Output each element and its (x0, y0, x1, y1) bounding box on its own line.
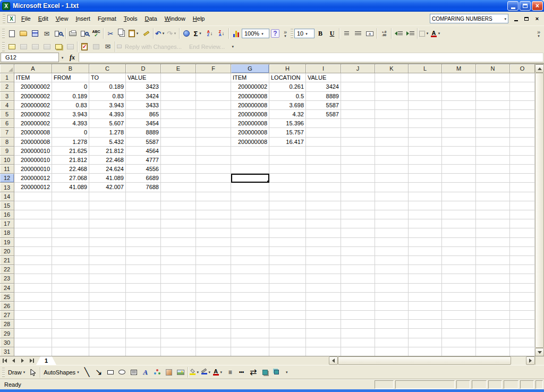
cell-C1[interactable]: TO (89, 73, 126, 82)
cell-A21[interactable] (14, 256, 52, 265)
cell-M21[interactable] (442, 256, 476, 265)
insert-function-button[interactable]: fx (66, 54, 79, 62)
cell-I10[interactable] (306, 156, 341, 165)
cell-J19[interactable] (341, 238, 375, 247)
cell-O29[interactable] (510, 329, 535, 338)
line-color-button[interactable]: ▾ (201, 367, 212, 378)
cell-J1[interactable] (341, 73, 375, 82)
cell-F2[interactable] (196, 82, 231, 91)
cell-I25[interactable] (306, 293, 341, 302)
cell-M1[interactable] (442, 73, 476, 82)
cell-E5[interactable] (161, 110, 196, 119)
column-header-E[interactable]: E (161, 64, 196, 73)
cell-B24[interactable] (52, 284, 89, 293)
copy-button[interactable] (116, 28, 128, 39)
column-header-O[interactable]: O (510, 64, 535, 73)
show-all-comments-button[interactable] (53, 41, 64, 53)
standard-toolbar-options[interactable]: »▾ (281, 28, 290, 39)
cell-I26[interactable] (306, 302, 341, 311)
cell-O13[interactable] (510, 183, 535, 192)
mail-recipient-button[interactable]: ✉ (102, 41, 114, 53)
zoom-combo[interactable]: 100% ▾ (242, 29, 269, 38)
cell-D30[interactable] (126, 338, 161, 347)
column-header-J[interactable]: J (341, 64, 375, 73)
cell-B21[interactable] (52, 256, 89, 265)
cell-J18[interactable] (341, 228, 375, 237)
toolbar-grip[interactable] (2, 368, 5, 377)
cell-I3[interactable]: 8889 (306, 92, 341, 101)
cell-L17[interactable] (409, 219, 442, 228)
row-header-1[interactable]: 1 (0, 73, 14, 82)
cell-E19[interactable] (161, 238, 196, 247)
cell-H25[interactable] (269, 293, 306, 302)
cell-L20[interactable] (409, 247, 442, 256)
row-header-5[interactable]: 5 (0, 110, 14, 119)
cell-L26[interactable] (409, 302, 442, 311)
cell-G31[interactable] (231, 347, 269, 356)
cell-F20[interactable] (196, 247, 231, 256)
cell-E27[interactable] (161, 311, 196, 320)
cell-E16[interactable] (161, 210, 196, 219)
row-header-8[interactable]: 8 (0, 138, 14, 147)
cell-C20[interactable] (89, 247, 126, 256)
cell-E10[interactable] (161, 156, 196, 165)
column-header-K[interactable]: K (375, 64, 409, 73)
row-header-18[interactable]: 18 (0, 228, 14, 237)
cell-E4[interactable] (161, 101, 196, 110)
cell-H3[interactable]: 0.5 (269, 92, 306, 101)
cell-F17[interactable] (196, 219, 231, 228)
cell-H30[interactable] (269, 338, 306, 347)
horizontal-scrollbar[interactable] (329, 356, 535, 365)
cell-M10[interactable] (442, 156, 476, 165)
cell-D3[interactable]: 3424 (126, 92, 161, 101)
cell-A5[interactable]: 200000002 (14, 110, 52, 119)
cell-L22[interactable] (409, 265, 442, 274)
cell-H9[interactable] (269, 147, 306, 156)
cell-E1[interactable] (161, 73, 196, 82)
cell-D8[interactable]: 5587 (126, 138, 161, 147)
cell-D22[interactable] (126, 265, 161, 274)
cut-button[interactable]: ✂ (105, 28, 116, 39)
scroll-up-button[interactable] (535, 64, 544, 73)
cell-B14[interactable] (52, 192, 89, 201)
spelling-button[interactable]: ABC✓ (90, 28, 102, 39)
cell-E7[interactable] (161, 128, 196, 137)
menu-tools[interactable]: Tools (120, 14, 141, 23)
cell-M2[interactable] (442, 82, 476, 91)
cell-E14[interactable] (161, 192, 196, 201)
cell-B5[interactable]: 3.943 (52, 110, 89, 119)
cell-B20[interactable] (52, 247, 89, 256)
cell-N19[interactable] (476, 238, 510, 247)
row-header-20[interactable]: 20 (0, 247, 14, 256)
cell-I22[interactable] (306, 265, 341, 274)
font-color-dropdown-icon[interactable]: ▾ (437, 31, 441, 36)
cell-H6[interactable]: 15.396 (269, 119, 306, 128)
cell-B15[interactable] (52, 201, 89, 210)
menu-view[interactable]: View (52, 14, 72, 23)
cell-I19[interactable] (306, 238, 341, 247)
cell-L7[interactable] (409, 128, 442, 137)
cell-M30[interactable] (442, 338, 476, 347)
cell-L9[interactable] (409, 147, 442, 156)
toolbar-grip[interactable] (2, 42, 5, 52)
cell-A6[interactable]: 200000002 (14, 119, 52, 128)
cell-I5[interactable]: 5587 (306, 110, 341, 119)
cell-G19[interactable] (231, 238, 269, 247)
cell-D15[interactable] (126, 201, 161, 210)
cell-A13[interactable]: 200000012 (14, 183, 52, 192)
delete-comment-button[interactable] (64, 41, 76, 53)
cell-K10[interactable] (375, 156, 409, 165)
cell-J28[interactable] (341, 320, 375, 329)
end-review-button[interactable]: End Review... (185, 41, 228, 53)
name-box[interactable]: G12 (1, 53, 59, 62)
paste-button[interactable]: ▾ (128, 28, 140, 39)
cell-K19[interactable] (375, 238, 409, 247)
cell-G18[interactable] (231, 228, 269, 237)
cell-I15[interactable] (306, 201, 341, 210)
formatting-toolbar-options[interactable]: »▾ (534, 28, 543, 39)
select-objects-button[interactable] (27, 367, 39, 378)
cell-I28[interactable] (306, 320, 341, 329)
cell-I2[interactable]: 3424 (306, 82, 341, 91)
autosum-dropdown-icon[interactable]: ▾ (198, 31, 202, 36)
cell-O26[interactable] (510, 302, 535, 311)
